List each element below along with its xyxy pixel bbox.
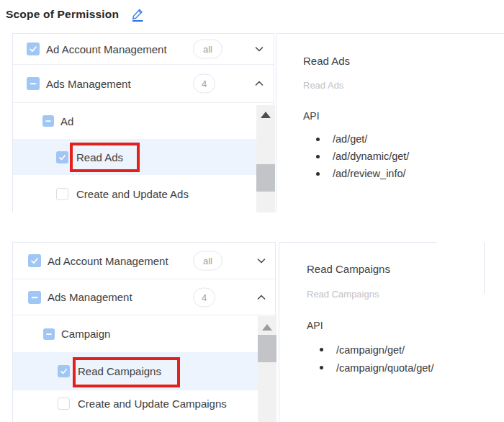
api-endpoint-text: /campaign/quota/get/ (336, 362, 433, 374)
tree-item-label: Campaign (61, 328, 110, 340)
checkbox-unchecked[interactable] (58, 398, 70, 410)
detail-title: Read Campaigns (307, 263, 390, 275)
detail-title: Read Ads (303, 55, 350, 67)
tree-item-label: Ads Management (46, 78, 131, 90)
tree-item-ad[interactable]: Ad (13, 103, 274, 139)
tree-item-read-ads[interactable]: Read Ads (13, 139, 274, 175)
api-endpoint-item: /campaign/get/ (320, 341, 433, 359)
scrollbar-thumb[interactable] (256, 164, 275, 192)
tree-item-read-campaigns[interactable]: Read Campaigns (13, 352, 275, 390)
scrollbar-track[interactable] (256, 105, 275, 212)
bullet-icon (320, 348, 323, 351)
checkbox-indeterminate[interactable] (27, 77, 40, 90)
api-endpoint-item: /ad/review_info/ (316, 165, 409, 182)
count-badge: all (193, 251, 222, 271)
checkbox-checked[interactable] (56, 151, 68, 163)
detail-subtitle: Read Ads (303, 80, 343, 91)
api-endpoint-item: /ad/dynamic/get/ (316, 148, 409, 165)
chevron-down-icon[interactable] (253, 42, 266, 55)
chevron-up-icon[interactable] (253, 77, 266, 90)
permission-detail-panel-2: Read Campaigns Read Campaigns API /campa… (279, 242, 437, 422)
bullet-icon (320, 366, 323, 369)
checkbox-checked[interactable] (27, 42, 40, 55)
chevron-up-icon[interactable] (255, 291, 268, 304)
tree-item-label: Create and Update Campaigns (78, 398, 227, 410)
checkbox-checked[interactable] (58, 365, 70, 377)
scrollbar-up-arrow-icon[interactable] (261, 112, 271, 118)
permission-tree-panel-1: Ad Account Management all Ads Management… (12, 33, 274, 212)
page-header: Scope of Permission (6, 6, 146, 23)
chevron-down-icon[interactable] (255, 254, 268, 267)
api-endpoint-text: /ad/get/ (333, 133, 367, 145)
tree-item-ads-management[interactable]: Ads Management 4 (13, 279, 275, 315)
checkbox-indeterminate[interactable] (42, 115, 54, 127)
count-badge: 4 (193, 287, 215, 307)
checkbox-unchecked[interactable] (56, 188, 68, 200)
bullet-icon (316, 172, 320, 176)
scrollbar-track[interactable] (258, 316, 276, 422)
count-badge: all (193, 40, 222, 59)
tree-item-label: Ads Management (48, 291, 132, 303)
scrollbar-thumb[interactable] (258, 335, 276, 362)
api-endpoint-list: /ad/get/ /ad/dynamic/get/ /ad/review_inf… (316, 130, 409, 182)
tree-item-ad-account-management[interactable]: Ad Account Management all (13, 34, 274, 65)
tree-item-label: Ad (60, 115, 73, 127)
tree-item-label: Read Ads (76, 151, 123, 163)
tree-children-container: Campaign Read Campaigns Create and Updat… (13, 315, 275, 421)
api-section-label: API (303, 110, 320, 122)
tree-item-create-update-ads[interactable]: Create and Update Ads (13, 175, 274, 212)
tree-item-label: Create and Update Ads (76, 188, 189, 200)
page-title: Scope of Permission (6, 8, 119, 21)
permission-detail-panel-1: Read Ads Read Ads API /ad/get/ /ad/dynam… (276, 33, 504, 212)
checkbox-checked[interactable] (28, 254, 41, 267)
scope-of-permission-screen: Scope of Permission Ad Account Managemen… (0, 0, 504, 422)
api-endpoint-item: /campaign/quota/get/ (320, 359, 433, 377)
tree-item-label: Ad Account Management (46, 43, 167, 55)
count-badge: 4 (193, 74, 215, 94)
api-section-label: API (307, 320, 323, 331)
bullet-icon (316, 155, 320, 158)
api-endpoint-item: /ad/get/ (316, 130, 409, 148)
api-endpoint-text: /ad/review_info/ (333, 168, 406, 179)
checkbox-indeterminate[interactable] (43, 328, 55, 340)
pencil-edit-icon (130, 6, 145, 22)
tree-item-create-update-campaigns[interactable]: Create and Update Campaigns (13, 390, 275, 422)
api-endpoint-list: /campaign/get/ /campaign/quota/get/ (320, 341, 433, 377)
api-endpoint-text: /ad/dynamic/get/ (333, 151, 409, 162)
tree-item-ad-account-management[interactable]: Ad Account Management all (13, 243, 275, 279)
permission-tree-panel-2: Ad Account Management all Ads Management… (12, 242, 276, 422)
vertical-divider-line (484, 242, 485, 294)
tree-item-label: Ad Account Management (48, 255, 168, 267)
edit-scope-button[interactable] (129, 6, 146, 23)
scrollbar-up-arrow-icon[interactable] (262, 324, 272, 331)
tree-item-label: Read Campaigns (78, 365, 161, 377)
bullet-icon (316, 138, 320, 141)
tree-children-container: Ad Read Ads Create and Update Ads (13, 103, 274, 212)
checkbox-indeterminate[interactable] (28, 291, 41, 304)
api-endpoint-text: /campaign/get/ (336, 344, 405, 356)
detail-subtitle: Read Campaigns (307, 289, 379, 300)
tree-item-ads-management[interactable]: Ads Management 4 (13, 65, 274, 103)
tree-item-campaign[interactable]: Campaign (13, 315, 275, 352)
